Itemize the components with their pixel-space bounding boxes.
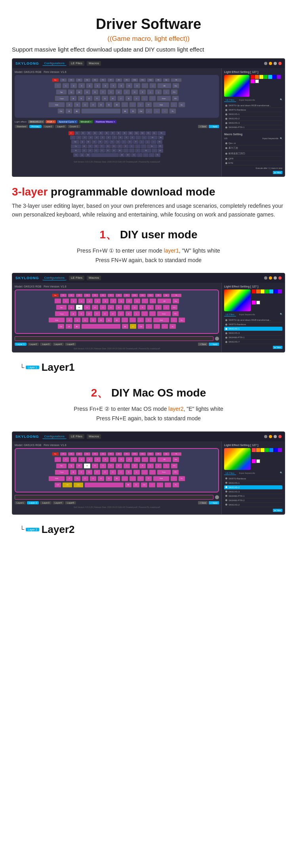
sw2-nav-le[interactable]: LE Files: [69, 276, 84, 280]
sw3-min[interactable]: [269, 435, 272, 438]
swatch-orange[interactable]: [255, 75, 259, 79]
sw3-le4[interactable]: SK61XS-3: [224, 490, 282, 494]
sw3-search-icon[interactable]: 🔍: [280, 471, 282, 475]
sw3-configs[interactable]: Configurations: [42, 434, 67, 439]
sw3-sw4[interactable]: [265, 448, 269, 452]
swatch-blue[interactable]: [272, 75, 276, 79]
sw3-sw5[interactable]: [269, 448, 273, 452]
sw-color-gradient[interactable]: [224, 75, 249, 97]
le-files-tab[interactable]: LE Files: [224, 98, 236, 102]
swatch-white[interactable]: [255, 79, 259, 83]
sw3-le6[interactable]: SK6466-PTR-2: [224, 498, 282, 503]
sw2-search-icon[interactable]: 🔍: [280, 313, 282, 316]
sw2-le5[interactable]: SK6466-PTR-1: [224, 335, 282, 340]
sw3-le3-selected[interactable]: SK61XS-2: [224, 485, 282, 490]
sw2-le3-selected[interactable]: SK61XS-1: [224, 327, 282, 331]
sw2-layer3-tab[interactable]: Layer3: [40, 343, 51, 346]
sw2-sw7[interactable]: [278, 289, 282, 293]
swatch-green[interactable]: [264, 75, 268, 79]
le-search-icon[interactable]: 🔍: [280, 98, 282, 102]
le-item-6[interactable]: SK6466-PTR-1: [224, 125, 282, 130]
sw2-le4[interactable]: SK61XS-3: [224, 331, 282, 335]
sw-nav-le-files[interactable]: LE Files: [69, 61, 84, 66]
sw2-input-field[interactable]: [15, 336, 213, 341]
sw3-l5-tab[interactable]: Layer5: [65, 501, 76, 504]
sw2-sw8[interactable]: [252, 301, 256, 305]
sw2-nav-configs[interactable]: Configurations: [42, 276, 67, 280]
sw-tab-layer3[interactable]: Layer3: [55, 125, 66, 128]
sw3-sw2[interactable]: [256, 448, 260, 452]
sw2-save[interactable]: ✓ Save: [198, 343, 208, 346]
sw3-l1-tab[interactable]: Layer1: [15, 501, 26, 504]
sw2-sw5[interactable]: [269, 289, 273, 293]
sw2-close[interactable]: [278, 276, 282, 280]
sw3-le-files-tab[interactable]: LE Files: [224, 471, 236, 475]
sw3-apply[interactable]: ✓ Apply: [209, 501, 219, 504]
macro-item-5[interactable]: EYE: [224, 161, 282, 165]
sw2-min[interactable]: [269, 276, 272, 280]
sw3-le5[interactable]: SK6466-PTR-1: [224, 494, 282, 498]
sw2-record-btn[interactable]: [215, 337, 219, 341]
sw2-max[interactable]: [274, 276, 277, 280]
le-keywords-tab[interactable]: Input keywords: [238, 98, 257, 102]
sw3-view-btn[interactable]: ▶ View: [273, 509, 282, 512]
le-item-1[interactable]: SK87S-Up and down RGB transformat...: [224, 103, 282, 108]
sw-minimize-icon[interactable]: [269, 62, 272, 65]
macro-view-btn[interactable]: ▶ View: [273, 171, 282, 174]
swatch-red[interactable]: [251, 75, 255, 79]
sw-tab-layer2[interactable]: Layer2: [43, 125, 54, 128]
sw2-le1[interactable]: SK87S-Up and down RGB transformat...: [224, 318, 282, 322]
le-item-2[interactable]: SK87S-Rainbow: [224, 108, 282, 112]
sw2-sw9[interactable]: [256, 301, 260, 305]
sw3-le1[interactable]: SK87S-Rainbow: [224, 477, 282, 481]
sw3-le7[interactable]: SK61XS-2: [224, 503, 282, 507]
sw2-nav-macros[interactable]: Macros: [87, 276, 101, 280]
sw-tab-primary[interactable]: Primary: [29, 125, 42, 128]
le-item-4[interactable]: SK61XS-2: [224, 117, 282, 121]
macro-item-1[interactable]: Qe+↓α: [224, 141, 282, 146]
sw-tab-count[interactable]: Count C: [68, 125, 80, 128]
sw2-layer5-tab[interactable]: Layer5: [65, 343, 76, 346]
sw-apply-btn[interactable]: ✓ Apply: [209, 125, 219, 128]
sw3-input-field[interactable]: [15, 495, 213, 500]
sw3-kw-tab[interactable]: Input keywords: [238, 471, 257, 475]
macro-search[interactable]: Input keywords: [263, 137, 278, 140]
swatch-pink[interactable]: [251, 79, 255, 83]
swatch-purple[interactable]: [277, 75, 281, 79]
sw3-sw1[interactable]: [252, 448, 256, 452]
swatch-yellow[interactable]: [259, 75, 263, 79]
sw3-le2[interactable]: SK61XS-1: [224, 481, 282, 485]
sw3-record-btn[interactable]: [215, 495, 219, 499]
sw3-sw6[interactable]: [274, 448, 278, 452]
sw3-sw8[interactable]: [252, 459, 256, 463]
sw3-le[interactable]: LE Files: [69, 434, 84, 439]
sw3-l2-tab[interactable]: Layer 2: [27, 501, 39, 504]
sw-tab-standard[interactable]: Standard: [15, 125, 28, 128]
sw-nav-configurations[interactable]: Configurations: [42, 61, 67, 66]
sw2-sw6[interactable]: [274, 289, 278, 293]
sw3-close[interactable]: [278, 435, 282, 438]
macro-item-3[interactable]: 标准连发三回①: [224, 151, 282, 157]
sw2-layer4-tab[interactable]: Layer4: [53, 343, 64, 346]
sw2-view-btn[interactable]: ▶ View: [273, 346, 282, 349]
sw3-l4-tab[interactable]: Layer4: [53, 501, 64, 504]
sw2-le-files-tab[interactable]: LE Files: [224, 313, 236, 316]
macro-item-2[interactable]: 暴力三连: [224, 146, 282, 151]
sw2-le6[interactable]: SK61XS-7: [224, 340, 282, 344]
le-item-5[interactable]: SK61XS-3: [224, 121, 282, 125]
sw2-apply[interactable]: ✓ Apply: [209, 343, 219, 346]
sw2-sw3[interactable]: [261, 289, 265, 293]
sw3-color-grad[interactable]: [224, 448, 251, 470]
sw2-sw4[interactable]: [265, 289, 269, 293]
macro-search-icon[interactable]: 🔍: [280, 137, 282, 140]
sw-expand-icon[interactable]: [274, 62, 277, 65]
sw3-l3-tab[interactable]: Layer3: [40, 501, 51, 504]
sw2-kw-tab[interactable]: Input keywords: [238, 313, 257, 316]
sw3-save[interactable]: ✓ Save: [198, 501, 208, 504]
le-item-3[interactable]: SK61XS-1: [224, 112, 282, 117]
sw2-layer2-tab[interactable]: Layer2: [28, 343, 39, 346]
sw2-color-grad[interactable]: [224, 289, 251, 311]
sw-close-icon[interactable]: [278, 62, 282, 65]
sw3-sw7[interactable]: [278, 448, 282, 452]
sw3-sw9[interactable]: [256, 459, 260, 463]
